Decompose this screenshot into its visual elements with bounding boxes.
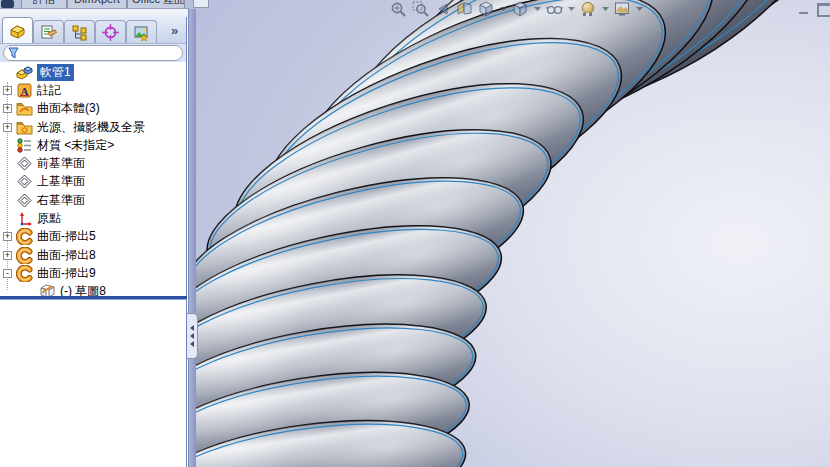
surface-bodies-folder-icon	[16, 100, 33, 117]
tab-dimxpert[interactable]: DimXpert	[67, 0, 127, 9]
tree-item-label: 曲面-掃出8	[37, 247, 96, 264]
panel-collapse-handle[interactable]	[187, 313, 198, 359]
propertymanager-icon[interactable]	[33, 20, 64, 43]
cropped-toolbar-icon	[193, 0, 209, 8]
tree-item-surface-sweep5[interactable]: + 曲面-掃出5	[0, 228, 186, 246]
featuremanager-panel: » 軟管1 + A 註記 + 曲面本體(3)	[0, 17, 187, 467]
expand-toggle[interactable]: +	[3, 251, 12, 260]
tree-filter-box[interactable]	[3, 45, 183, 61]
expand-toggle[interactable]: +	[3, 232, 12, 241]
surface-sweep-icon	[16, 247, 33, 264]
view-orientation-dropdown[interactable]	[500, 1, 507, 17]
configurationmanager-icon[interactable]	[64, 20, 95, 43]
tree-item-label: 曲面本體(3)	[37, 100, 100, 117]
expand-toggle[interactable]: +	[3, 123, 12, 132]
tree-item-top-plane[interactable]: 上基準面	[0, 173, 186, 191]
panel-tab-bar: »	[0, 17, 186, 44]
heads-up-view-toolbar	[390, 1, 643, 17]
document-icon	[1, 0, 14, 8]
tree-item-label: 前基準面	[37, 155, 85, 172]
tree-item-label: 曲面-掃出5	[37, 228, 96, 245]
displaymanager-icon[interactable]	[126, 20, 157, 43]
tree-item-label: 上基準面	[37, 173, 85, 190]
surface-sweep-icon	[16, 228, 33, 245]
filter-funnel-icon	[8, 47, 19, 59]
lights-cameras-scene-folder-icon	[16, 119, 33, 136]
edit-appearance-dropdown[interactable]	[602, 1, 609, 17]
tree-item-label: 原點	[37, 210, 61, 227]
command-tabs-strip: 評估 DimXpert Office 產品	[0, 0, 190, 9]
tree-item-part[interactable]: 軟管1	[0, 63, 186, 81]
tree-item-right-plane[interactable]: 右基準面	[0, 191, 186, 209]
rollback-bar[interactable]	[0, 296, 187, 300]
featuremanager-tree-icon[interactable]	[2, 17, 33, 43]
collapse-arrow-icon	[190, 341, 194, 347]
tree-item-label: 光源、攝影機及全景	[37, 119, 145, 136]
material-icon	[16, 137, 33, 154]
filter-row	[0, 44, 186, 62]
restore-icon[interactable]	[817, 3, 830, 17]
expand-toggle[interactable]: +	[3, 104, 12, 113]
tree-item-surface-sweep8[interactable]: + 曲面-掃出8	[0, 246, 186, 264]
tree-item-annotations[interactable]: + A 註記	[0, 81, 186, 99]
zoom-to-fit-icon[interactable]	[390, 1, 407, 17]
origin-icon	[16, 210, 33, 227]
plane-icon	[16, 155, 33, 172]
tree-item-label: 右基準面	[37, 192, 85, 209]
plane-icon	[16, 173, 33, 190]
feature-tree: 軟管1 + A 註記 + 曲面本體(3) + 光源、攝影機及全景 材質 <未指定…	[0, 62, 186, 301]
tree-item-lights-cameras[interactable]: + 光源、攝影機及全景	[0, 118, 186, 136]
display-style-dropdown[interactable]	[534, 1, 541, 17]
tree-item-label: 軟管1	[37, 64, 74, 81]
dimxpertmanager-icon[interactable]	[95, 20, 126, 43]
display-style-icon[interactable]	[512, 1, 529, 17]
section-view-icon[interactable]	[456, 1, 473, 17]
tree-item-surface-sweep9[interactable]: - 曲面-掃出9	[0, 264, 186, 282]
tree-item-material[interactable]: 材質 <未指定>	[0, 136, 186, 154]
plane-icon	[16, 192, 33, 209]
annotations-icon: A	[16, 82, 33, 99]
tab-office-products[interactable]: Office 產品	[127, 0, 185, 9]
collapse-arrow-icon	[190, 333, 194, 339]
hide-show-items-dropdown[interactable]	[568, 1, 575, 17]
tree-item-front-plane[interactable]: 前基準面	[0, 154, 186, 172]
view-orientation-icon[interactable]	[478, 1, 495, 17]
tree-item-origin[interactable]: 原點	[0, 209, 186, 227]
tree-item-label: 註記	[37, 82, 61, 99]
tree-filter-input[interactable]	[23, 48, 178, 59]
more-panel-tabs-button[interactable]: »	[171, 19, 178, 43]
surface-sweep-icon	[16, 265, 33, 282]
part-icon	[16, 64, 33, 81]
previous-view-icon[interactable]	[434, 1, 451, 17]
tree-item-label: 材質 <未指定>	[37, 137, 114, 154]
apply-scene-icon[interactable]	[614, 1, 631, 17]
minimize-icon[interactable]	[799, 3, 808, 14]
strip-gap	[0, 9, 190, 17]
tree-item-label: 曲面-掃出9	[37, 265, 96, 282]
panel-splitter[interactable]	[188, 9, 196, 467]
tree-item-surface-bodies[interactable]: + 曲面本體(3)	[0, 100, 186, 118]
hide-show-items-icon[interactable]	[546, 1, 563, 17]
expand-toggle[interactable]: +	[3, 86, 12, 95]
zoom-to-area-icon[interactable]	[412, 1, 429, 17]
graphics-viewport[interactable]	[190, 0, 830, 467]
edit-appearance-icon[interactable]	[580, 1, 597, 17]
collapse-arrow-icon	[190, 325, 194, 331]
tab-evaluate[interactable]: 評估	[21, 0, 67, 9]
expand-toggle[interactable]: -	[3, 269, 12, 278]
model-corrugated-hose[interactable]	[190, 0, 830, 467]
apply-scene-dropdown[interactable]	[636, 1, 643, 17]
solidworks-window: 評估 DimXpert Office 產品 »	[0, 0, 830, 467]
